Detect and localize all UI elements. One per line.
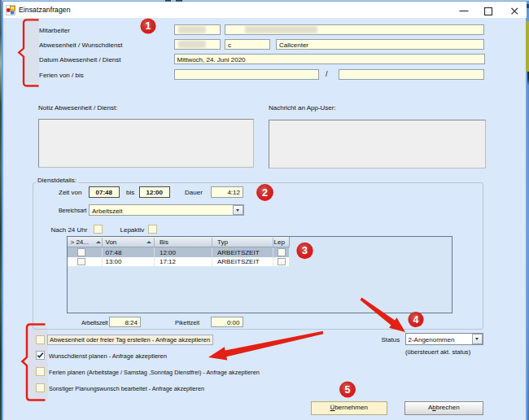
svg-text:3: 3 [302,245,308,256]
svg-text:2: 2 [262,187,268,199]
svg-text:4: 4 [413,314,419,326]
svg-text:5: 5 [345,384,351,396]
svg-text:1: 1 [146,20,151,32]
